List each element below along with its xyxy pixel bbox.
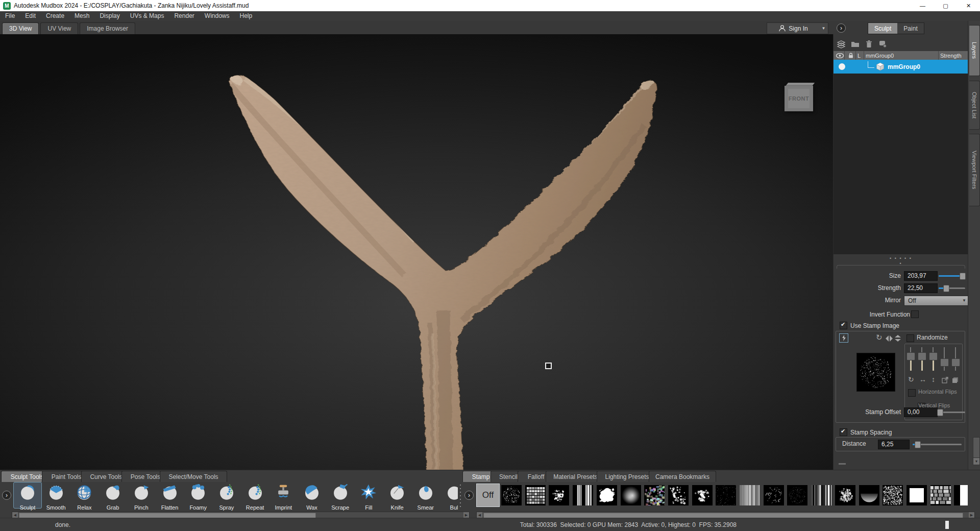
panel-resize-handle[interactable]: • • • • • • [889,256,913,266]
stamp-thumb-half-dome[interactable] [859,485,879,505]
slider-knob[interactable] [937,409,943,416]
mode-tab-sculpt[interactable]: Sculpt [868,23,897,34]
layer-row-mmgroup0[interactable]: mmGroup0 [834,60,968,74]
duplicate-stamp-icon[interactable] [952,376,959,385]
size-slider[interactable] [939,273,965,279]
stamp-thumb-soft-blob[interactable] [621,485,641,505]
use-stamp-image-checkbox[interactable] [840,322,847,329]
stamp-vslider-2[interactable] [917,347,926,371]
panel-scroll-down-arrow[interactable]: ▼ [973,457,980,465]
layer-color-dot[interactable] [839,63,845,70]
stamp-thumb-vertical-streaks[interactable] [573,485,593,505]
size-input[interactable]: 203,97 [904,271,938,281]
vslider-knob[interactable] [918,352,926,360]
tray-resize-handle[interactable] [839,463,846,465]
vslider-knob[interactable] [951,358,960,367]
merge-layer-icon[interactable] [878,39,887,49]
stamp-thumb-scatter-splats[interactable] [668,485,689,505]
menu-render[interactable]: Render [169,11,199,21]
stamp-vslider-4[interactable] [940,347,949,371]
flip-vertical-icon[interactable] [895,334,901,344]
flip-horizontal-icon[interactable] [886,334,893,344]
stamp-thumb-dense-speckles[interactable] [883,485,903,505]
vslider-knob[interactable] [906,352,915,360]
stamp-offset-input[interactable]: 0,00 [904,407,938,417]
sign-in-button[interactable]: Sign In [767,22,820,34]
delete-layer-icon[interactable] [864,39,873,49]
distance-slider[interactable] [913,441,962,447]
stamp-offset-slider[interactable] [939,409,965,415]
scale-v-icon[interactable]: ↕ [932,376,935,383]
menu-mesh[interactable]: Mesh [69,11,94,21]
menu-help[interactable]: Help [235,11,258,21]
sign-in-dropdown-arrow[interactable]: ▼ [819,22,828,34]
vslider-knob[interactable] [940,358,949,367]
tools-scroll-left-arrow[interactable]: ◀ [12,512,18,518]
strength-input[interactable]: 22,50 [904,283,938,293]
close-button[interactable]: ✕ [957,0,980,11]
side-tab-viewport-filters[interactable]: Viewport Filters [969,134,980,206]
rotate-value-icon[interactable]: ↻ [908,376,914,383]
stamp-thumb-white-bar[interactable] [954,485,968,505]
stamp-thumb-vein-circle[interactable] [764,485,784,505]
stamp-thumb-speckle-circle[interactable] [501,485,522,505]
stamp-thumb-barcode[interactable] [811,485,831,505]
stamp-thumb-cloud[interactable] [597,485,617,505]
stamp-thumb-white-square[interactable] [906,485,927,505]
menu-create[interactable]: Create [41,11,69,21]
tab-3d-view[interactable]: 3D View [2,22,39,34]
stamp-thumb-dark-noise-circle[interactable] [787,485,807,505]
menu-uvs-maps[interactable]: UVs & Maps [125,11,169,21]
menu-display[interactable]: Display [94,11,125,21]
view-cube[interactable]: FRONT [785,83,814,111]
slider-knob[interactable] [915,441,921,448]
slider-knob[interactable] [960,273,966,280]
stamp-thumb-faint-dots[interactable] [716,485,736,505]
side-tab-layers[interactable]: Layers [969,25,980,76]
invert-function-checkbox[interactable] [911,310,919,318]
stamp-thumb-noise-blob[interactable] [835,485,855,505]
stamp-vslider-5[interactable] [951,347,960,371]
new-folder-icon[interactable] [850,39,860,49]
presets-scroll-right-arrow[interactable]: ▶ [969,512,974,518]
tab-uv-view[interactable]: UV View [40,22,78,34]
visibility-column-eye-icon[interactable] [834,51,845,60]
stamp-preview-image[interactable] [856,353,895,392]
stamp-thumb-camo-noise[interactable] [644,485,665,505]
stamp-vslider-1[interactable] [906,347,915,371]
tools-scroll-right-arrow[interactable]: ▶ [463,512,469,518]
stamp-thumb-gray-stripes[interactable] [740,485,760,505]
rotate-stamp-icon[interactable]: ↻ [876,333,883,341]
lock-column-lock-icon[interactable] [845,51,856,60]
stamp-thumb-bricks[interactable] [930,485,951,505]
stamp-spacing-checkbox[interactable] [840,428,847,436]
mode-tab-paint[interactable]: Paint [897,23,923,34]
menu-file[interactable]: File [0,11,20,21]
stamp-tool-button[interactable] [839,333,848,343]
viewport-3d[interactable]: FRONT [0,34,833,470]
distance-input[interactable]: 6,25 [878,440,910,449]
stamp-vslider-3[interactable] [928,347,938,371]
menu-edit[interactable]: Edit [20,11,41,21]
panel-expand-button[interactable]: › [837,23,846,33]
scale-h-icon[interactable]: ↔ [919,376,926,383]
stamp-thumb-splatter[interactable] [692,485,713,505]
slider-knob[interactable] [943,285,949,292]
mirror-dropdown[interactable]: Off [904,296,970,306]
side-tab-object-list[interactable]: Object List [969,81,980,130]
tab-image-browser[interactable]: Image Browser [80,22,135,34]
stamp-thumb-splat[interactable] [549,485,569,505]
maximize-button[interactable]: ▢ [934,0,957,11]
randomize-checkbox[interactable] [906,334,914,342]
strength-slider[interactable] [939,285,965,291]
presets-scroll-left-arrow[interactable]: ◀ [477,512,482,518]
panel-scrollbar[interactable] [973,437,980,458]
menu-windows[interactable]: Windows [200,11,235,21]
new-layer-icon[interactable] [837,39,846,49]
sculpt-model[interactable] [0,34,833,470]
minimize-button[interactable]: — [911,0,934,11]
stamp-thumb-grid-dots[interactable] [525,485,546,505]
export-stamp-icon[interactable] [942,376,948,385]
horizontal-flips-checkbox[interactable] [908,389,916,397]
vslider-knob[interactable] [929,352,938,360]
